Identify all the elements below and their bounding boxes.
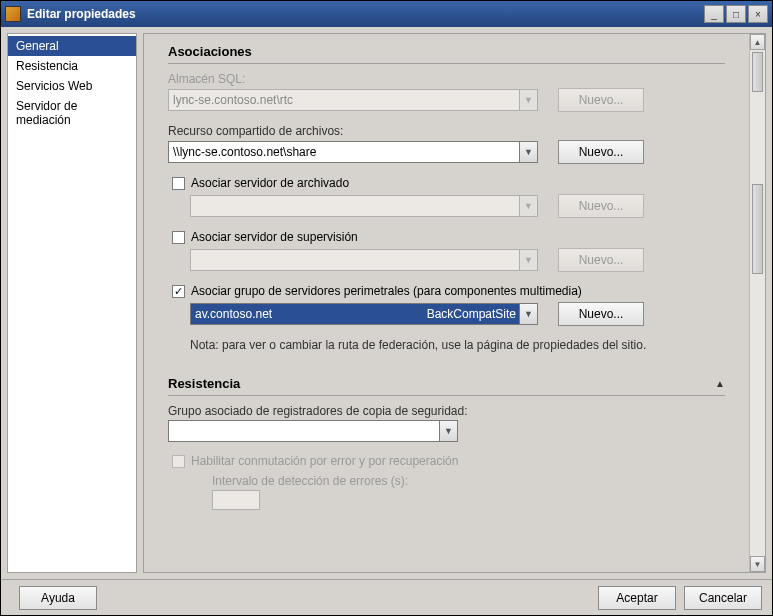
new-edge-button[interactable]: Nuevo... xyxy=(558,302,644,326)
section-title-resistencia: Resistencia xyxy=(168,376,240,391)
section-header-resistencia[interactable]: Resistencia ▲ xyxy=(168,376,725,396)
combo-edge[interactable]: BackCompatSite ▼ xyxy=(190,303,538,325)
checkbox-failover xyxy=(172,455,185,468)
combo-archive: ▼ xyxy=(190,195,538,217)
chevron-down-icon: ▼ xyxy=(520,89,538,111)
scroll-up-icon[interactable]: ▲ xyxy=(750,34,765,50)
vertical-scrollbar[interactable]: ▲ ▼ xyxy=(749,34,765,572)
label-backup-registrar: Grupo asociado de registradores de copia… xyxy=(168,404,725,418)
input-archive xyxy=(190,195,520,217)
label-detection-interval: Intervalo de detección de errores (s): xyxy=(212,474,725,488)
label-checkbox-edge: Asociar grupo de servidores perimetrales… xyxy=(191,284,582,298)
federation-note: Nota: para ver o cambiar la ruta de fede… xyxy=(190,338,725,352)
scroll-down-icon[interactable]: ▼ xyxy=(750,556,765,572)
chevron-down-icon: ▼ xyxy=(520,195,538,217)
new-monitor-button: Nuevo... xyxy=(558,248,644,272)
sidebar-item-servicios-web[interactable]: Servicios Web xyxy=(8,76,136,96)
sidebar-item-servidor-mediacion[interactable]: Servidor de mediación xyxy=(8,96,136,130)
maximize-button[interactable]: □ xyxy=(726,5,746,23)
main-panel: Asociaciones Almacén SQL: ▼ Nuevo... Rec… xyxy=(143,33,766,573)
sidebar-item-general[interactable]: General xyxy=(8,36,136,56)
input-edge[interactable] xyxy=(190,303,520,325)
sidebar: General Resistencia Servicios Web Servid… xyxy=(7,33,137,573)
input-backup-registrar[interactable] xyxy=(168,420,440,442)
label-checkbox-archive: Asociar servidor de archivado xyxy=(191,176,349,190)
scroll-thumb-top[interactable] xyxy=(752,52,763,92)
label-checkbox-failover: Habilitar conmutación por error y por re… xyxy=(191,454,458,468)
window-title: Editar propiedades xyxy=(27,7,702,21)
section-header-asociaciones: Asociaciones xyxy=(168,44,725,64)
label-sql-store: Almacén SQL: xyxy=(168,72,725,86)
window-buttons: _ □ × xyxy=(702,5,768,23)
content-area: General Resistencia Servicios Web Servid… xyxy=(1,27,772,579)
checkbox-edge[interactable]: ✓ xyxy=(172,285,185,298)
chevron-down-icon: ▼ xyxy=(520,249,538,271)
label-checkbox-monitor: Asociar servidor de supervisión xyxy=(191,230,358,244)
chevron-down-icon[interactable]: ▼ xyxy=(520,303,538,325)
combo-file-share[interactable]: ▼ xyxy=(168,141,538,163)
close-button[interactable]: × xyxy=(748,5,768,23)
accept-button[interactable]: Aceptar xyxy=(598,586,676,610)
app-icon xyxy=(5,6,21,22)
new-archive-button: Nuevo... xyxy=(558,194,644,218)
combo-sql-store: ▼ xyxy=(168,89,538,111)
checkbox-monitor[interactable] xyxy=(172,231,185,244)
sidebar-item-resistencia[interactable]: Resistencia xyxy=(8,56,136,76)
checkbox-archive[interactable] xyxy=(172,177,185,190)
chevron-down-icon[interactable]: ▼ xyxy=(440,420,458,442)
main-scroll-area: Asociaciones Almacén SQL: ▼ Nuevo... Rec… xyxy=(144,34,749,572)
new-fileshare-button[interactable]: Nuevo... xyxy=(558,140,644,164)
minimize-button[interactable]: _ xyxy=(704,5,724,23)
input-detection-interval xyxy=(212,490,260,510)
collapse-icon[interactable]: ▲ xyxy=(715,378,725,389)
cancel-button[interactable]: Cancelar xyxy=(684,586,762,610)
combo-monitor: ▼ xyxy=(190,249,538,271)
scroll-thumb-mid[interactable] xyxy=(752,184,763,274)
input-monitor xyxy=(190,249,520,271)
input-file-share[interactable] xyxy=(168,141,520,163)
input-sql-store xyxy=(168,89,520,111)
title-bar: Editar propiedades _ □ × xyxy=(1,1,772,27)
help-button[interactable]: Ayuda xyxy=(19,586,97,610)
bottom-bar: Ayuda Aceptar Cancelar xyxy=(1,579,772,615)
label-file-share: Recurso compartido de archivos: xyxy=(168,124,725,138)
new-sql-button: Nuevo... xyxy=(558,88,644,112)
combo-backup-registrar[interactable]: ▼ xyxy=(168,420,458,442)
section-title-asociaciones: Asociaciones xyxy=(168,44,252,59)
chevron-down-icon[interactable]: ▼ xyxy=(520,141,538,163)
